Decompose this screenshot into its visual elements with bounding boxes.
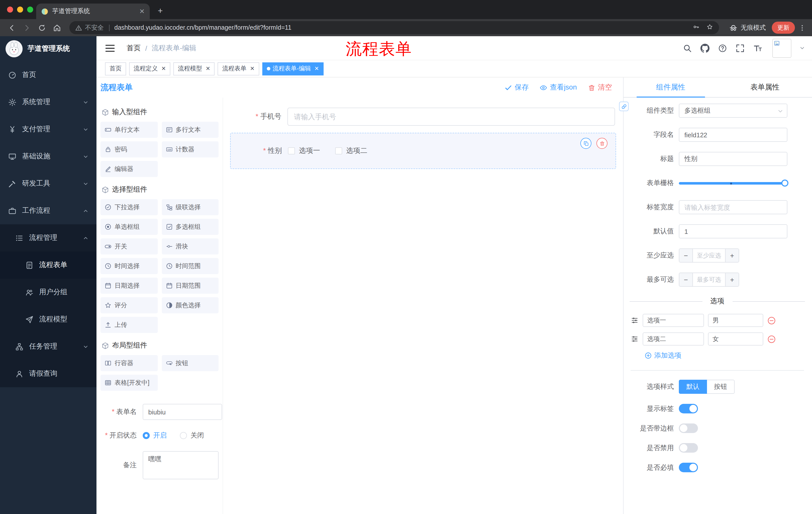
palette-item-switch[interactable]: 开关 <box>100 238 157 254</box>
default-value-input[interactable] <box>679 224 787 238</box>
chrome-update-button[interactable]: 更新 <box>772 22 795 34</box>
search-icon[interactable] <box>683 43 692 53</box>
sidebar-item-process-form[interactable]: 流程表单 <box>0 251 96 279</box>
copy-component-button[interactable] <box>580 138 591 149</box>
palette-item-counter[interactable]: 计数器 <box>162 141 219 157</box>
home-button[interactable] <box>50 21 63 34</box>
show-label-switch[interactable] <box>679 404 698 413</box>
tag-home[interactable]: 首页 <box>105 62 126 75</box>
with-border-switch[interactable] <box>679 424 698 433</box>
tab-form-props[interactable]: 表单属性 <box>718 77 812 97</box>
tag-close-icon[interactable]: ✕ <box>250 65 255 72</box>
app-logo[interactable]: 芋道管理系统 <box>0 36 96 61</box>
password-key-icon[interactable] <box>693 24 699 32</box>
form-canvas[interactable]: 手机号 性别 <box>223 98 623 514</box>
delete-component-button[interactable] <box>597 138 608 149</box>
back-button[interactable] <box>5 21 18 34</box>
link-icon[interactable] <box>619 102 629 111</box>
option-label-input[interactable] <box>643 314 704 327</box>
user-menu-caret-icon[interactable] <box>800 45 805 51</box>
palette-item-editor[interactable]: 编辑器 <box>100 161 157 177</box>
component-type-select[interactable]: 多选框组 <box>679 104 787 118</box>
sidebar-item-process-mgmt[interactable]: 流程管理 <box>0 224 96 251</box>
window-controls[interactable] <box>7 6 33 12</box>
required-switch[interactable] <box>679 463 698 472</box>
hamburger-icon[interactable] <box>105 43 116 54</box>
remove-option-icon[interactable] <box>767 316 776 325</box>
palette-item-password[interactable]: 密码 <box>100 141 157 157</box>
canvas-field-gender-selected[interactable]: 性别 选项一 选项二 <box>230 133 616 169</box>
remove-option-icon[interactable] <box>767 335 776 343</box>
stepper-value[interactable]: 至少应选 <box>692 249 726 262</box>
label-width-input[interactable] <box>679 200 787 214</box>
tag-close-icon[interactable]: ✕ <box>161 65 166 72</box>
tag-process-definition[interactable]: 流程定义✕ <box>129 62 170 75</box>
sidebar-item-infrastructure[interactable]: 基础设施 <box>0 143 96 170</box>
checkbox-icon[interactable] <box>335 147 342 154</box>
palette-item-rate[interactable]: 评分 <box>100 297 157 313</box>
clear-button[interactable]: 清空 <box>588 83 612 92</box>
tag-process-model[interactable]: 流程模型✕ <box>173 62 214 75</box>
stepper-decrease-button[interactable]: − <box>679 273 692 286</box>
tab-component-props[interactable]: 组件属性 <box>624 77 718 97</box>
stepper-increase-button[interactable]: + <box>726 249 738 262</box>
tag-process-form-edit[interactable]: 流程表单-编辑✕ <box>262 62 323 75</box>
palette-item-time-range[interactable]: 时间范围 <box>162 258 219 274</box>
sidebar-item-system-mgmt[interactable]: 系统管理 <box>0 88 96 116</box>
forward-button[interactable] <box>20 21 33 34</box>
style-default-button[interactable]: 默认 <box>679 380 707 394</box>
canvas-field-phone[interactable]: 手机号 <box>230 104 616 130</box>
palette-item-button[interactable]: 按钮 <box>162 355 219 371</box>
bookmark-star-icon[interactable] <box>706 24 713 32</box>
field-name-input[interactable] <box>679 128 787 142</box>
palette-item-select[interactable]: 下拉选择 <box>100 199 157 215</box>
checkbox-option-1[interactable]: 选项一 <box>288 146 320 155</box>
browser-tab[interactable]: 芋道管理系统 ✕ <box>36 3 150 19</box>
sidebar-item-workflow[interactable]: 工作流程 <box>0 197 96 224</box>
close-window-button[interactable] <box>7 6 13 12</box>
sidebar-item-home[interactable]: 首页 <box>0 61 96 88</box>
palette-item-table[interactable]: 表格[开发中] <box>100 375 157 391</box>
font-size-icon[interactable] <box>753 43 762 53</box>
palette-item-time-picker[interactable]: 时间选择 <box>100 258 157 274</box>
sidebar-item-task-mgmt[interactable]: 任务管理 <box>0 333 96 360</box>
form-grid-slider[interactable] <box>679 176 787 190</box>
sidebar-item-payment-mgmt[interactable]: 支付管理 <box>0 116 96 143</box>
tag-close-icon[interactable]: ✕ <box>314 65 319 72</box>
minimize-window-button[interactable] <box>17 6 23 12</box>
sidebar-item-dev-tools[interactable]: 研发工具 <box>0 170 96 197</box>
form-remark-textarea[interactable]: 嘿嘿 <box>143 451 219 479</box>
palette-item-single-line-text[interactable]: 单行文本 <box>100 122 157 138</box>
form-name-input[interactable] <box>143 404 222 420</box>
github-icon[interactable] <box>700 43 709 53</box>
disabled-switch[interactable] <box>679 443 698 453</box>
checkbox-option-2[interactable]: 选项二 <box>335 146 367 155</box>
phone-field-input[interactable] <box>287 108 615 126</box>
radio-status-off[interactable]: 关闭 <box>180 431 204 440</box>
stepper-value[interactable]: 最多可选 <box>692 273 726 286</box>
new-tab-button[interactable]: + <box>154 4 167 18</box>
radio-status-on[interactable]: 开启 <box>143 431 167 440</box>
sidebar-item-leave-query[interactable]: 请假查询 <box>0 360 96 387</box>
palette-item-cascader[interactable]: 级联选择 <box>162 199 219 215</box>
drag-handle-icon[interactable] <box>631 316 639 324</box>
stepper-decrease-button[interactable]: − <box>679 249 692 262</box>
address-bar[interactable]: 不安全 dashboard.yudao.iocoder.cn/bpm/manag… <box>69 21 719 34</box>
user-avatar[interactable] <box>772 38 791 58</box>
tag-process-form[interactable]: 流程表单✕ <box>218 62 259 75</box>
option-value-input[interactable] <box>708 314 763 327</box>
palette-item-date-range[interactable]: 日期范围 <box>162 278 219 294</box>
palette-item-multi-line-text[interactable]: 多行文本 <box>162 122 219 138</box>
sidebar-item-process-model[interactable]: 流程模型 <box>0 306 96 333</box>
palette-item-upload[interactable]: 上传 <box>100 317 157 333</box>
breadcrumb-home[interactable]: 首页 <box>127 44 141 53</box>
option-label-input[interactable] <box>643 332 704 346</box>
palette-item-slider[interactable]: 滑块 <box>162 238 219 254</box>
sidebar-item-user-group[interactable]: 用户分组 <box>0 279 96 306</box>
reload-button[interactable] <box>35 21 48 34</box>
add-option-button[interactable]: 添加选项 <box>645 351 805 360</box>
palette-item-row-container[interactable]: 行容器 <box>100 355 157 371</box>
title-input[interactable] <box>679 152 787 166</box>
tab-close-icon[interactable]: ✕ <box>139 7 145 15</box>
slider-handle[interactable] <box>781 180 788 187</box>
